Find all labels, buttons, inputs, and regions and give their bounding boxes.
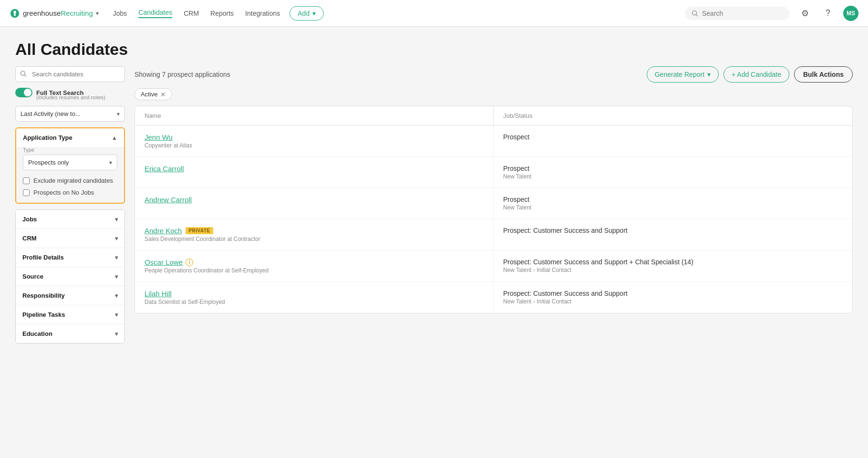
- application-type-header[interactable]: Application Type ▲: [16, 128, 124, 147]
- sidebar-item-profile-details[interactable]: Profile Details ▾: [16, 248, 124, 267]
- table-row[interactable]: Andrew Carroll Prospect New Talent: [135, 188, 852, 219]
- sidebar-item-pipeline-tasks[interactable]: Pipeline Tasks ▾: [16, 305, 124, 324]
- job-sub: New Talent › Initial Contact: [503, 298, 843, 305]
- greenhouse-logo-icon: [10, 8, 20, 19]
- sort-chevron-icon: ▾: [117, 111, 120, 117]
- pipeline-arrow-icon: ›: [533, 268, 535, 273]
- candidates-table: Name Job/Status Jenn Wu Copywriter at At…: [134, 106, 853, 313]
- sidebar-item-responsibility[interactable]: Responsibility ▾: [16, 286, 124, 305]
- jobs-section-label: Jobs: [22, 216, 37, 223]
- full-text-note: (Includes resumes and notes): [36, 94, 125, 100]
- education-section-label: Education: [22, 330, 52, 337]
- generate-report-chevron-icon: ▾: [707, 71, 711, 78]
- column-name: Name: [135, 106, 494, 125]
- job-sub: New Talent: [503, 204, 843, 211]
- candidate-name[interactable]: Oscar Lowe: [145, 258, 183, 266]
- global-search-input[interactable]: [702, 10, 778, 17]
- application-type-chevron-icon: ▲: [112, 135, 117, 141]
- prospects-no-jobs-row[interactable]: Prospects on No Jobs: [23, 189, 117, 196]
- prospects-no-jobs-checkbox[interactable]: [23, 189, 30, 196]
- active-tag-remove[interactable]: ✕: [160, 91, 166, 98]
- logo: greenhouseRecruiting ▾: [10, 8, 99, 19]
- add-chevron-icon: ▾: [312, 10, 316, 17]
- nav-candidates[interactable]: Candidates: [138, 9, 172, 18]
- generate-report-button[interactable]: Generate Report ▾: [647, 66, 719, 83]
- exclude-migrated-label: Exclude migrated candidates: [33, 177, 113, 184]
- user-avatar[interactable]: MS: [843, 6, 858, 21]
- exclude-migrated-checkbox[interactable]: [23, 177, 30, 184]
- generate-report-label: Generate Report: [655, 71, 704, 78]
- candidate-cell: Oscar Lowe i People Operations Coordinat…: [135, 250, 494, 281]
- table-row[interactable]: Erica Carroll Prospect New Talent: [135, 157, 852, 188]
- candidate-cell: Erica Carroll: [135, 157, 494, 187]
- logo-greenhouse: greenhouse: [23, 9, 61, 17]
- nav-crm[interactable]: CRM: [184, 10, 199, 17]
- add-button[interactable]: Add ▾: [289, 6, 324, 21]
- source-section-label: Source: [22, 273, 43, 280]
- sidebar-item-crm[interactable]: CRM ▾: [16, 229, 124, 248]
- status-cell: Prospect: Customer Success and Support +…: [494, 250, 852, 281]
- application-type-section: Application Type ▲ Type Prospects only ▾…: [15, 127, 125, 204]
- sidebar-sections: Jobs ▾ CRM ▾ Profile Details ▾ Source ▾ …: [15, 209, 125, 344]
- pipeline-tasks-chevron-icon: ▾: [115, 312, 118, 318]
- type-select[interactable]: Prospects only ▾: [23, 155, 117, 170]
- svg-point-5: [21, 71, 25, 75]
- job-sub: New Talent: [503, 173, 843, 180]
- table-row[interactable]: Oscar Lowe i People Operations Coordinat…: [135, 250, 852, 282]
- add-candidate-button[interactable]: + Add Candidate: [723, 66, 789, 83]
- bulk-actions-button[interactable]: Bulk Actions: [794, 66, 853, 83]
- candidate-subtitle: Copywriter at Atlas: [145, 142, 484, 149]
- candidate-search-icon: [20, 70, 27, 78]
- candidate-cell: Andre Koch PRIVATE Sales Development Coo…: [135, 219, 494, 250]
- sidebar-item-source[interactable]: Source ▾: [16, 267, 124, 286]
- candidate-search-wrapper: [15, 66, 125, 82]
- help-button[interactable]: ?: [820, 6, 836, 21]
- table-row[interactable]: Andre Koch PRIVATE Sales Development Coo…: [135, 219, 852, 250]
- job-status: Prospect: Customer Success and Support +…: [503, 258, 843, 266]
- job-status: Prospect: [503, 133, 843, 141]
- private-badge: PRIVATE: [186, 227, 213, 234]
- candidate-name[interactable]: Andrew Carroll: [145, 196, 192, 204]
- type-value: Prospects only: [28, 159, 69, 166]
- logo-chevron-icon[interactable]: ▾: [96, 10, 99, 17]
- settings-button[interactable]: ⚙: [797, 6, 813, 21]
- profile-details-chevron-icon: ▾: [115, 254, 118, 261]
- sidebar-item-education[interactable]: Education ▾: [16, 324, 124, 343]
- main-content: Full Text Search (Includes resumes and n…: [0, 66, 868, 359]
- nav-reports[interactable]: Reports: [210, 10, 234, 17]
- candidate-name[interactable]: Lilah Hill: [145, 290, 172, 298]
- toolbar-row: Showing 7 prospect applications Generate…: [134, 66, 853, 83]
- sort-select[interactable]: Last Activity (new to... ▾: [15, 106, 125, 122]
- nav-jobs[interactable]: Jobs: [113, 10, 127, 17]
- toolbar-buttons: Generate Report ▾ + Add Candidate Bulk A…: [647, 66, 853, 83]
- sort-label: Last Activity (new to...: [21, 110, 81, 117]
- page-title: All Candidates: [15, 40, 853, 59]
- candidate-search-input[interactable]: [15, 66, 125, 82]
- sidebar: Full Text Search (Includes resumes and n…: [15, 66, 125, 344]
- status-cell: Prospect: Customer Success and Support N…: [494, 282, 852, 313]
- nav-integrations[interactable]: Integrations: [245, 10, 280, 17]
- candidate-cell: Lilah Hill Data Scientist at Self-Employ…: [135, 282, 494, 313]
- top-nav: greenhouseRecruiting ▾ Jobs Candidates C…: [0, 0, 868, 27]
- table-row[interactable]: Lilah Hill Data Scientist at Self-Employ…: [135, 282, 852, 313]
- jobs-chevron-icon: ▾: [115, 216, 118, 223]
- add-label: Add: [298, 10, 310, 17]
- pipeline-from: New Talent: [503, 298, 531, 305]
- job-status: Prospect: [503, 196, 843, 203]
- candidate-name[interactable]: Jenn Wu: [145, 133, 173, 141]
- candidate-name[interactable]: Andre Koch: [145, 227, 182, 235]
- profile-details-label: Profile Details: [22, 254, 64, 261]
- table-row[interactable]: Jenn Wu Copywriter at Atlas Prospect: [135, 125, 852, 157]
- candidate-name[interactable]: Erica Carroll: [145, 165, 184, 173]
- sidebar-item-jobs[interactable]: Jobs ▾: [16, 210, 124, 229]
- type-label: Type: [23, 147, 117, 153]
- global-search-box[interactable]: [685, 7, 790, 20]
- svg-rect-2: [14, 13, 16, 16]
- svg-point-3: [692, 10, 697, 15]
- nav-right: ⚙ ? MS: [685, 6, 858, 21]
- status-cell: Prospect New Talent: [494, 188, 852, 219]
- exclude-migrated-row[interactable]: Exclude migrated candidates: [23, 177, 117, 184]
- crm-chevron-icon: ▾: [115, 235, 118, 242]
- table-header: Name Job/Status: [135, 106, 852, 125]
- full-text-toggle[interactable]: [15, 88, 32, 97]
